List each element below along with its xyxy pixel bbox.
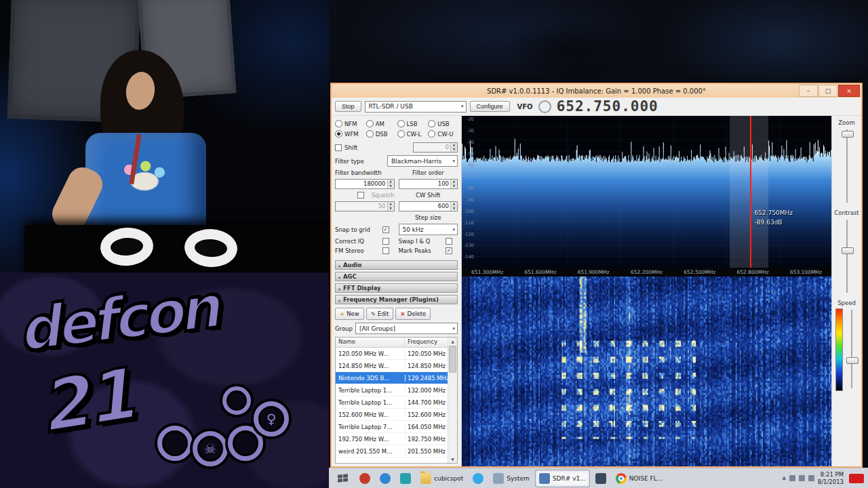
new-button[interactable]: + New xyxy=(335,308,364,320)
radio-icon xyxy=(428,120,435,127)
waterfall-display[interactable] xyxy=(462,277,831,466)
minimize-button[interactable]: – xyxy=(799,85,818,97)
db-axis-label: -120 xyxy=(463,232,474,237)
taskbar-item[interactable] xyxy=(591,470,610,487)
taskbar-item[interactable]: NOISE FL... xyxy=(612,470,667,487)
table-scrollbar[interactable]: ▲ ▼ xyxy=(448,338,457,463)
taskbar-item[interactable] xyxy=(469,470,488,487)
shift-checkbox[interactable]: ✓ xyxy=(335,144,342,151)
configure-button[interactable]: Configure xyxy=(470,101,510,112)
table-row[interactable]: Terrible Laptop 1... 132.000 MHz xyxy=(336,384,448,396)
stop-button[interactable]: Stop xyxy=(335,101,361,112)
mode-radio[interactable]: WFM xyxy=(335,130,365,138)
wallpaper-blob xyxy=(505,20,641,81)
swap-iq-checkbox[interactable]: ✓ xyxy=(446,238,452,245)
table-row[interactable]: 120.050 MHz W... 120.050 MHz xyxy=(336,348,448,360)
mode-radio[interactable]: AM xyxy=(366,120,396,127)
correct-iq-checkbox[interactable]: ✓ xyxy=(382,238,389,245)
group-select[interactable]: [All Groups] ▾ xyxy=(355,323,458,334)
db-axis-label: -110 xyxy=(463,221,474,226)
tray-icon[interactable] xyxy=(799,475,805,481)
spin-down-icon: ▼ xyxy=(451,207,457,211)
rf-displays: -20-30-40-50-60-70-80-90-100-110-120-130… xyxy=(462,116,831,466)
scroll-up-icon[interactable]: ▲ xyxy=(451,338,454,345)
scrollbar-thumb[interactable] xyxy=(449,346,456,373)
filter-type-select[interactable]: Blackman-Harris ▾ xyxy=(387,155,458,167)
tray-expand-icon[interactable]: ▲ xyxy=(782,476,785,481)
zoom-slider-thumb[interactable] xyxy=(842,131,854,138)
waterfall-canvas[interactable] xyxy=(462,277,831,466)
tuning-bandwidth-band[interactable] xyxy=(730,116,768,268)
column-header-frequency[interactable]: Frequency xyxy=(405,338,448,347)
mark-peaks-checkbox[interactable]: ✓ xyxy=(446,247,452,254)
table-row[interactable]: Terrible Laptop 7... 164.050 MHz xyxy=(336,421,448,433)
snap-to-grid-checkbox[interactable]: ✓ xyxy=(382,226,389,233)
taskbar-item[interactable] xyxy=(376,470,395,487)
edit-button[interactable]: ✎ Edit xyxy=(366,308,394,320)
maximize-button[interactable]: □ xyxy=(818,85,837,97)
table-row[interactable]: 192.750 MHz W... 192.750 MHz xyxy=(336,433,448,445)
speed-slider-thumb[interactable] xyxy=(846,357,859,364)
tuned-frequency-line[interactable] xyxy=(750,116,751,268)
taskbar-item[interactable]: cubicspot xyxy=(416,470,467,487)
mode-radio[interactable]: USB xyxy=(428,120,458,127)
contrast-slider-thumb[interactable] xyxy=(842,247,854,254)
app-icon xyxy=(380,473,391,484)
section-header[interactable]: ▴ Frequency Manager (Plugins) xyxy=(335,295,458,304)
screen: defcon 21 ☠ ♀ SDR# v1.0.0.1113 - IQ Imba… xyxy=(0,0,868,488)
app-icon xyxy=(473,473,484,484)
filter-order-input[interactable]: 100 ▲▼ xyxy=(399,179,458,189)
group-label: Group xyxy=(335,325,353,332)
mode-radio[interactable]: CW-U xyxy=(428,130,458,138)
table-row[interactable]: 124.850 MHz W... 124.850 MHz xyxy=(336,360,448,372)
squelch-checkbox[interactable]: ✓ xyxy=(357,192,364,199)
table-row[interactable]: Nintendo 3DS B... 129.2485 MHz xyxy=(336,372,448,384)
wallpaper-blob xyxy=(665,0,868,95)
zoom-slider[interactable] xyxy=(840,128,854,204)
taskbar-clock[interactable]: 8:21 PM 8/1/2013 xyxy=(818,471,844,485)
table-row[interactable]: 152.600 MHz W... 152.600 MHz xyxy=(336,409,448,421)
section-header[interactable]: ▴ AGC xyxy=(335,272,458,281)
section-header[interactable]: ▴ Audio xyxy=(335,260,458,270)
fm-stereo-checkbox[interactable]: ✓ xyxy=(382,247,389,254)
column-header-name[interactable]: Name xyxy=(336,338,405,347)
table-row[interactable]: weird 201.550 M... 201.550 MHz xyxy=(336,445,448,458)
vfo-label: VFO xyxy=(517,103,533,110)
contrast-slider[interactable] xyxy=(840,218,854,294)
filter-bandwidth-input[interactable]: 180000 ▲▼ xyxy=(335,179,395,189)
delete-icon: × xyxy=(400,310,405,317)
mode-radio[interactable]: CW-L xyxy=(397,130,427,138)
frequency-axis-label: 652.500MHz xyxy=(684,269,715,275)
taskbar-item[interactable]: SDR# v1... xyxy=(535,470,590,487)
delete-button[interactable]: × Delete xyxy=(395,308,431,320)
spectrum-analyzer[interactable]: -20-30-40-50-60-70-80-90-100-110-120-130… xyxy=(462,116,831,277)
chevron-down-icon: ▾ xyxy=(452,159,455,164)
fm-stereo-label: FM Stereo xyxy=(335,247,364,254)
frequency-axis-label: 652.800MHz xyxy=(737,269,769,275)
table-row[interactable]: Terrible Laptop 1... 144.700 MHz xyxy=(336,396,448,409)
taskbar-item[interactable] xyxy=(396,470,415,487)
scroll-down-icon[interactable]: ▼ xyxy=(451,455,454,463)
squelch-input[interactable]: 50 ▲▼ xyxy=(335,201,395,211)
app-icon xyxy=(616,473,627,484)
shift-input[interactable]: 0 ▲▼ xyxy=(413,142,458,152)
step-size-select[interactable]: 50 kHz ▾ xyxy=(399,224,458,235)
mode-radio[interactable]: DSB xyxy=(366,130,396,138)
cw-shift-input[interactable]: 600 ▲▼ xyxy=(399,201,458,211)
tray-icon[interactable] xyxy=(808,475,814,481)
mode-radio[interactable]: NFM xyxy=(335,120,365,127)
spectrum-canvas[interactable] xyxy=(462,116,831,268)
mode-radio[interactable]: LSB xyxy=(397,120,427,127)
tray-icon[interactable] xyxy=(789,475,795,481)
taskbar-item[interactable] xyxy=(355,470,374,487)
section-header[interactable]: ▴ FFT Display xyxy=(335,283,458,293)
taskbar-item[interactable]: System xyxy=(489,470,534,487)
speed-slider[interactable] xyxy=(845,308,859,390)
db-axis-label: -70 xyxy=(463,175,474,180)
start-button[interactable] xyxy=(331,470,354,487)
cursor-tooltip: 652.750MHz -89.63dB xyxy=(755,209,793,227)
close-button[interactable]: × xyxy=(838,85,860,97)
device-select[interactable]: RTL-SDR / USB ▾ xyxy=(365,101,467,113)
frequency-display[interactable]: 652.750.000 xyxy=(557,100,658,114)
titlebar[interactable]: SDR# v1.0.0.1113 - IQ Imbalance: Gain = … xyxy=(332,84,861,98)
